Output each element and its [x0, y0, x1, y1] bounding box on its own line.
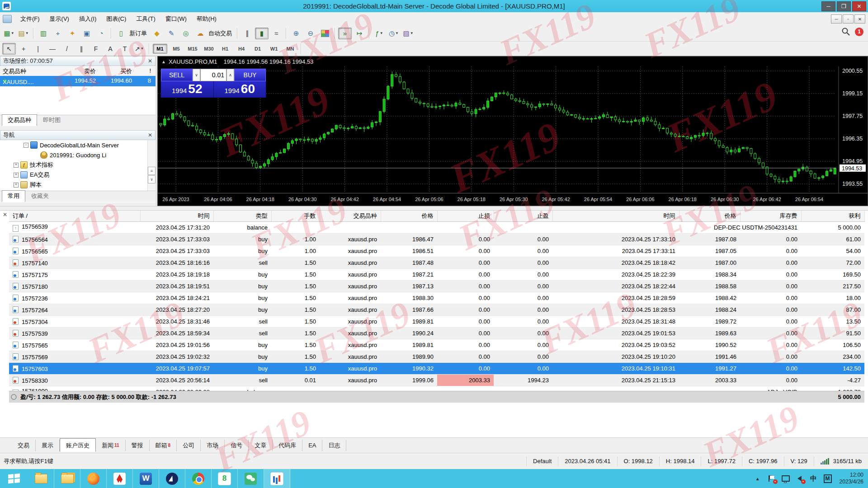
table-row[interactable]: 157565642023.04.25 17:33:03buy1.00xauusd…	[9, 234, 864, 245]
arrows-tool-button[interactable]: ↗▼	[132, 43, 146, 55]
navigator-scrollbar[interactable]: ≡ ∨	[147, 140, 156, 191]
zoom-in-button[interactable]: ⊕	[289, 28, 303, 39]
fibonacci-tool-button[interactable]: F	[89, 43, 103, 55]
crosshair-tool-button[interactable]: +	[17, 43, 30, 55]
timeframe-m5-button[interactable]: M5	[169, 44, 184, 54]
terminal-close-icon[interactable]: ✕	[1, 211, 9, 219]
profiles-button[interactable]: ▤▼	[17, 28, 30, 39]
minimize-button[interactable]: ─	[821, 1, 835, 11]
timeframe-m1-button[interactable]: M1	[153, 44, 167, 54]
search-icon[interactable]	[841, 27, 850, 36]
timeframe-d1-button[interactable]: D1	[250, 44, 265, 54]
menu-item-6[interactable]: 帮助(H)	[192, 13, 222, 25]
table-row[interactable]: 157575652023.04.25 19:01:56buy1.50xauusd…	[9, 339, 864, 351]
data-window-button[interactable]: +	[51, 28, 65, 39]
volume-down-icon[interactable]: ∨	[193, 69, 200, 81]
market-watch-col-2[interactable]: 买价	[87, 67, 132, 75]
terminal-tab-5[interactable]: 邮箱8	[150, 440, 177, 451]
table-row[interactable]: 157576032023.04.25 19:07:57buy1.50xauusd…	[9, 363, 864, 375]
indicators-button[interactable]: ◆	[150, 28, 164, 39]
show-hidden-icons[interactable]: ▲	[754, 474, 762, 483]
notification-badge[interactable]: 1	[855, 28, 863, 36]
navigator-item-3[interactable]: +EA交易	[0, 170, 156, 180]
navigator-tab-1[interactable]: 收藏夹	[25, 190, 55, 202]
timeframe-m15-button[interactable]: M15	[185, 44, 200, 54]
timeframe-h1-button[interactable]: H1	[218, 44, 232, 54]
terminal-tab-11[interactable]: EA	[302, 440, 322, 451]
navigator-item-2[interactable]: +f技术指标	[0, 160, 156, 170]
table-row[interactable]: 157575692023.04.25 19:02:32buy1.50xauusd…	[9, 351, 864, 363]
orders-col-8[interactable]: 时间	[552, 211, 679, 222]
new-chart-button[interactable]: ▦▼	[2, 28, 16, 39]
terminal-tab-9[interactable]: 文章	[249, 440, 273, 451]
taskbar-chrome-icon[interactable]	[185, 469, 212, 488]
orders-col-7[interactable]: 止盈	[494, 211, 552, 222]
buy-price-display[interactable]: 199460	[213, 81, 266, 98]
volume-input[interactable]	[200, 69, 226, 81]
timeframe-mn-button[interactable]: MN	[283, 44, 297, 54]
orders-col-6[interactable]: 止损	[437, 211, 494, 222]
restore-button[interactable]: ❐	[837, 1, 851, 11]
horizontal-line-tool-button[interactable]: —	[46, 43, 59, 55]
terminal-tab-6[interactable]: 公司	[177, 440, 201, 451]
taskbar-phoenix-icon[interactable]	[107, 469, 133, 488]
metaeditor-button[interactable]: ✎	[165, 28, 178, 39]
mdi-close-button[interactable]: ✕	[854, 14, 865, 23]
menu-item-0[interactable]: 文件(F)	[15, 13, 45, 25]
table-row[interactable]: 157583302023.04.25 20:56:14sell0.01xauus…	[9, 375, 864, 386]
scroll-down-icon[interactable]: ∨	[148, 175, 156, 183]
orders-col-11[interactable]: 获利	[801, 211, 864, 222]
market-watch-row-xauusd[interactable]: XAUUSD.... 1994.52 1994.60 8	[0, 76, 156, 86]
menu-item-4[interactable]: 工具(T)	[131, 13, 160, 25]
flag-alert-icon[interactable]	[768, 474, 776, 483]
trendline-tool-button[interactable]: /	[60, 43, 74, 55]
orders-col-4[interactable]: 交易品种	[320, 211, 381, 222]
mdi-minimize-button[interactable]: ─	[831, 14, 842, 23]
navigator-item-4[interactable]: +脚本	[0, 180, 156, 190]
cursor-tool-button[interactable]: ↖	[2, 43, 16, 55]
tree-expander-icon[interactable]: +	[14, 183, 19, 188]
taskbar-app-z-icon[interactable]	[159, 469, 185, 488]
market-watch-col-3[interactable]: !	[135, 67, 151, 74]
chart-window[interactable]: FX119 FX119 FX119 ▲ XAUUSD.PRO,M1 1994.1…	[157, 56, 868, 206]
volume-muted-icon[interactable]	[796, 474, 804, 483]
text-tool-button[interactable]: A	[104, 43, 117, 55]
table-row[interactable]: 157572642023.04.25 18:27:20buy1.50xauusd…	[9, 304, 864, 316]
table-row[interactable]: 157575392023.04.25 18:59:34sell1.50xauus…	[9, 328, 864, 339]
taskbar-app-8-icon[interactable]: 8	[212, 469, 238, 488]
sell-button[interactable]: SELL	[161, 69, 193, 81]
periods-button[interactable]: ◷▼	[387, 28, 401, 39]
table-row[interactable]: 157572362023.04.25 18:24:21buy1.50xauusd…	[9, 292, 864, 304]
navigator-button[interactable]: ✦	[66, 28, 79, 39]
table-row[interactable]: 157565652023.04.25 17:33:03buy1.00xauusd…	[9, 245, 864, 257]
navigator-item-1[interactable]: 2019991: Guodong Li	[0, 150, 156, 160]
taskbar-clock[interactable]: 12:00 2023/4/26	[838, 472, 863, 485]
terminal-tab-1[interactable]: 展示	[36, 440, 60, 451]
tree-expander-icon[interactable]: -	[24, 143, 28, 148]
timeframe-w1-button[interactable]: W1	[267, 44, 281, 54]
menu-item-5[interactable]: 窗口(W)	[160, 13, 192, 25]
tree-expander-icon[interactable]: +	[14, 163, 19, 168]
orders-col-9[interactable]: 价格	[679, 211, 740, 222]
autotrading-button[interactable]: ☁	[193, 28, 207, 39]
table-row[interactable]: 157571802023.04.25 18:19:51buy1.50xauusd…	[9, 281, 864, 292]
menu-item-2[interactable]: 插入(I)	[74, 13, 101, 25]
new-order-button[interactable]: ▯	[114, 28, 128, 39]
market-watch-button[interactable]: ▥	[37, 28, 50, 39]
terminal-tab-8[interactable]: 信号	[225, 440, 249, 451]
terminal-tab-4[interactable]: 警报	[126, 440, 150, 451]
taskbar-mt4-icon[interactable]	[264, 469, 290, 488]
terminal-tab-3[interactable]: 新闻11	[96, 440, 126, 451]
timeframe-h4-button[interactable]: H4	[234, 44, 249, 54]
chart-line-button[interactable]: ≈	[269, 28, 283, 39]
orders-col-2[interactable]: 类型	[213, 211, 271, 222]
navigator-close-icon[interactable]: ✕	[148, 132, 152, 138]
buy-button[interactable]: BUY	[234, 69, 266, 81]
orders-col-0[interactable]: 订单 /	[9, 211, 140, 222]
navigator-tab-0[interactable]: 常用	[2, 190, 25, 202]
terminal-button[interactable]: ▣	[80, 28, 94, 39]
market-watch-col-0[interactable]: 交易品种	[3, 67, 26, 75]
chart-candles-button[interactable]: ▮	[255, 28, 269, 39]
taskbar-word-icon[interactable]: W	[133, 469, 159, 488]
orders-col-1[interactable]: 时间	[140, 211, 213, 222]
